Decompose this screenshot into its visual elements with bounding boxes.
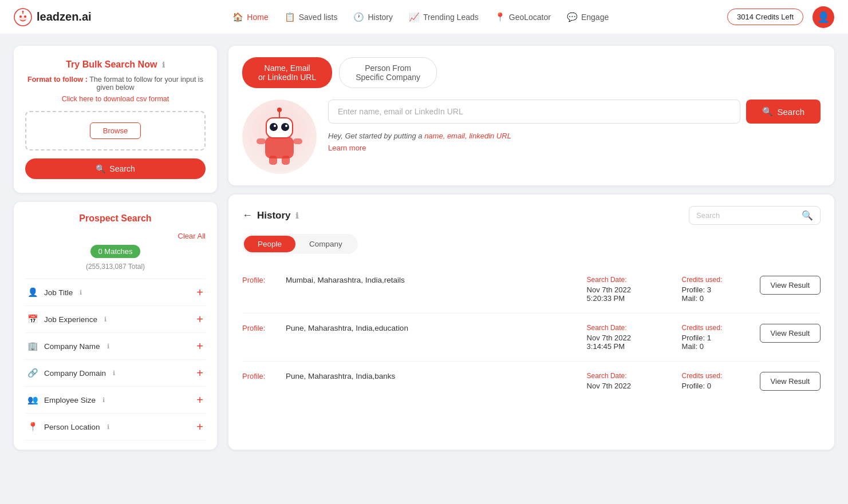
credits-col-2: Credits used: Profile: 0 [682,372,751,390]
logo-text: leadzen.ai [37,10,92,23]
svg-point-10 [285,125,287,127]
avatar-icon: 👤 [817,11,830,23]
left-sidebar: Try Bulk Search Now ℹ Format to follow :… [14,46,217,450]
filter-person-location[interactable]: 📍 Person Location ℹ + [25,413,206,440]
avatar[interactable]: 👤 [812,6,834,28]
search-body: 🔍 Search Hey, Get started by putting a n… [242,100,821,174]
filter-job-title[interactable]: 👤 Job Title ℹ + [25,279,206,305]
company-name-icon: 🏢 [27,341,38,351]
back-arrow-button[interactable]: ← [242,209,253,221]
bulk-search-card: Try Bulk Search Now ℹ Format to follow :… [14,46,217,193]
company-domain-add-button[interactable]: + [196,367,203,379]
robot-illustration [242,100,317,174]
profile-label-0: Profile: [242,276,277,284]
history-card: ← History ℹ 🔍 People Company Profile: Mu… [228,195,834,450]
svg-point-4 [22,10,24,12]
svg-point-12 [277,108,282,112]
learn-more-link[interactable]: Learn more [328,144,821,152]
saved-lists-icon: 📋 [285,12,295,22]
job-experience-add-button[interactable]: + [196,313,203,325]
search-icon-main: 🔍 [762,106,773,117]
employee-size-icon: 👥 [27,395,38,405]
credits-badge[interactable]: 3014 Credits Left [727,9,803,25]
profile-label-1: Profile: [242,324,277,332]
view-result-button-1[interactable]: View Result [760,324,821,343]
date-col-0: Search Date: Nov 7th 2022 5:20:33 PM [587,276,673,303]
robot-svg [254,105,305,168]
profile-value-0: Mumbai, Maharashtra, India,retails [286,276,578,284]
search-input[interactable] [328,100,740,124]
logo-icon [14,8,32,26]
bulk-search-title: Try Bulk Search Now ℹ [25,59,206,70]
nav-saved-lists[interactable]: 📋 Saved lists [285,12,338,22]
hint-link: name, email, linkedin URL [424,132,511,140]
svg-rect-15 [257,138,266,144]
history-info-icon: ℹ [295,211,298,220]
nav-links: 🏠 Home 📋 Saved lists 🕐 History 📈 Trendin… [115,12,727,22]
nav-trending-leads[interactable]: 📈 Trending Leads [409,12,479,22]
history-header: ← History ℹ 🔍 [242,206,821,225]
company-name-add-button[interactable]: + [196,340,203,352]
history-search-icon: 🔍 [802,210,813,221]
search-icon-bulk: 🔍 [96,164,105,173]
svg-rect-13 [269,156,277,165]
prospect-top-bar: Clear All [25,232,206,240]
csv-download-link[interactable]: Click here to download csv format [25,95,206,103]
browse-button[interactable]: Browse [90,122,141,139]
bulk-search-button[interactable]: 🔍 Search [25,158,206,179]
history-tab-company[interactable]: Company [295,236,356,252]
job-title-add-button[interactable]: + [196,287,203,298]
search-hint: Hey, Get started by putting a name, emai… [328,132,821,140]
svg-point-8 [281,123,289,131]
search-panel: Name, Emailor LinkedIn URL Person FromSp… [228,46,834,185]
history-search-input[interactable] [696,211,797,220]
search-input-area: 🔍 Search Hey, Get started by putting a n… [328,100,821,152]
tab-person-company[interactable]: Person FromSpecific Company [339,57,437,88]
employee-size-add-button[interactable]: + [196,394,203,406]
engage-icon: 💬 [567,12,578,22]
job-title-icon: 👤 [27,287,38,297]
main-search-button[interactable]: 🔍 Search [746,100,821,124]
navbar: leadzen.ai 🏠 Home 📋 Saved lists 🕐 Histor… [0,0,848,34]
history-tab-people[interactable]: People [244,236,295,252]
logo[interactable]: leadzen.ai [14,8,92,26]
view-result-button-2[interactable]: View Result [760,372,821,391]
company-name-info-icon: ℹ [107,343,109,350]
search-input-row: 🔍 Search [328,100,821,124]
svg-rect-5 [265,137,294,158]
history-title: ← History ℹ [242,209,298,221]
filter-company-domain[interactable]: 🔗 Company Domain ℹ + [25,359,206,386]
date-col-2: Search Date: Nov 7th 2022 [587,372,673,390]
person-location-add-button[interactable]: + [196,421,203,432]
history-row: Profile: Pune, Maharashtra, India,educat… [242,313,821,362]
history-row: Profile: Mumbai, Maharashtra, India,reta… [242,265,821,313]
job-experience-icon: 📅 [27,314,38,324]
date-col-1: Search Date: Nov 7th 2022 3:14:45 PM [587,324,673,351]
nav-engage[interactable]: 💬 Engage [567,12,609,22]
profile-value-1: Pune, Maharashtra, India,education [286,324,578,332]
credits-col-1: Credits used: Profile: 1 Mail: 0 [682,324,751,351]
search-tabs: Name, Emailor LinkedIn URL Person FromSp… [242,57,821,88]
svg-rect-14 [282,156,290,165]
svg-rect-16 [293,138,302,144]
browse-area[interactable]: Browse [25,111,206,150]
nav-geolocator[interactable]: 📍 GeoLocator [495,12,551,22]
credits-col-0: Credits used: Profile: 3 Mail: 0 [682,276,751,303]
filter-company-name[interactable]: 🏢 Company Name ℹ + [25,332,206,359]
total-text: (255,313,087 Total) [25,263,206,271]
view-result-button-0[interactable]: View Result [760,276,821,295]
nav-history[interactable]: 🕐 History [353,12,393,22]
job-experience-info-icon: ℹ [104,316,107,323]
right-content: Name, Emailor LinkedIn URL Person FromSp… [228,46,834,450]
filter-employee-size[interactable]: 👥 Employee Size ℹ + [25,386,206,413]
profile-value-2: Pune, Maharashtra, India,banks [286,372,578,380]
trending-icon: 📈 [409,12,420,22]
clear-all-button[interactable]: Clear All [178,232,206,240]
filter-job-experience[interactable]: 📅 Job Experience ℹ + [25,305,206,332]
navbar-right: 3014 Credits Left 👤 [727,6,834,28]
tab-name-email[interactable]: Name, Emailor LinkedIn URL [242,57,332,88]
company-domain-info-icon: ℹ [113,370,115,377]
nav-home[interactable]: 🏠 Home [232,12,268,22]
svg-point-2 [19,15,22,18]
bulk-format-desc: Format to follow : The format to follow … [25,76,206,92]
